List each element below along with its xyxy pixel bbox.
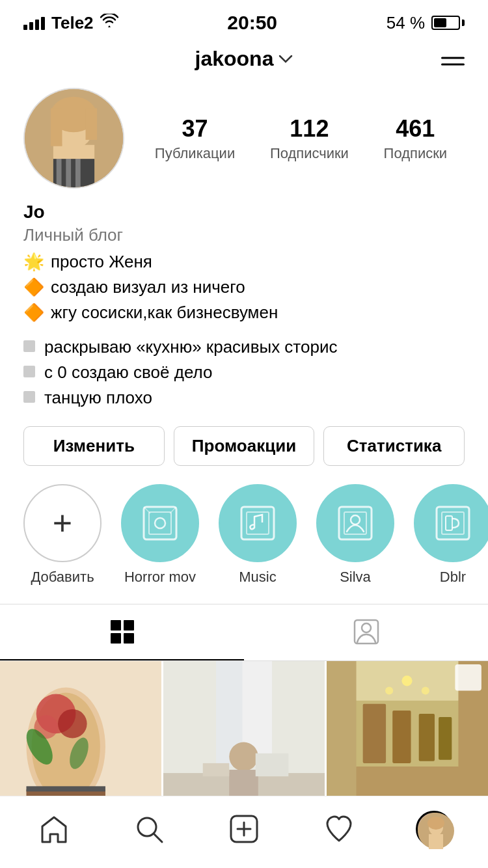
- nav-likes[interactable]: [313, 809, 365, 848]
- tab-tagged[interactable]: [244, 604, 488, 660]
- svg-rect-9: [75, 159, 81, 187]
- bullet-text-1: раскрываю «кухню» красивых сторис: [44, 337, 337, 357]
- bio-section: Jo Личный блог 🌟 просто Женя 🔶 создаю ви…: [0, 202, 488, 426]
- posts-count: 37: [182, 115, 208, 142]
- heart-icon: [323, 813, 355, 845]
- nav-search[interactable]: [123, 809, 175, 848]
- svg-line-63: [154, 834, 162, 842]
- bio-line-1: 🌟 просто Женя: [23, 252, 465, 272]
- nav-home[interactable]: [28, 809, 80, 848]
- svg-point-28: [362, 623, 371, 632]
- battery-percent: 54 %: [386, 13, 425, 33]
- highlight-silva-label: Silva: [340, 569, 371, 586]
- svg-rect-22: [446, 516, 452, 530]
- bio-text-1: просто Женя: [51, 252, 152, 272]
- bio-line-3: 🔶 жгу сосиски,как бизнесвумен: [23, 303, 465, 323]
- tab-grid[interactable]: [0, 604, 244, 660]
- svg-rect-54: [363, 704, 386, 763]
- following-label: Подписки: [384, 145, 448, 162]
- highlight-add-label: Добавить: [31, 569, 94, 586]
- followers-label: Подписчики: [270, 145, 349, 162]
- username-display[interactable]: jakoona: [195, 47, 293, 71]
- bio-text-2: создаю визуал из ничего: [51, 277, 245, 297]
- highlight-music[interactable]: Music: [219, 484, 297, 586]
- highlight-music-label: Music: [239, 569, 276, 586]
- bio-bullet-1: раскрываю «кухню» красивых сторис: [23, 337, 465, 357]
- status-right: 54 %: [386, 13, 465, 33]
- add-icon: [228, 813, 260, 845]
- stat-following[interactable]: 461 Подписки: [384, 115, 448, 162]
- svg-rect-46: [203, 763, 229, 776]
- bullet-text-3: танцую плохо: [44, 388, 152, 408]
- svg-rect-7: [57, 159, 62, 187]
- highlight-silva-circle: [316, 484, 394, 562]
- svg-point-19: [351, 515, 360, 524]
- action-buttons-row: Изменить Промоакции Статистика: [0, 426, 488, 484]
- svg-rect-61: [455, 664, 481, 690]
- highlight-horror-circle: [121, 484, 199, 562]
- plus-icon: +: [53, 506, 72, 540]
- promo-button[interactable]: Промоакции: [174, 426, 315, 466]
- highlight-add-circle: +: [23, 484, 102, 562]
- silva-icon: [332, 500, 378, 546]
- nav-profile[interactable]: [408, 809, 460, 848]
- bio-bullet-3: танцую плохо: [23, 388, 465, 408]
- profile-info-row: 37 Публикации 112 Подписчики 461 Подписк…: [0, 81, 488, 202]
- wifi-icon: [100, 14, 118, 32]
- posts-label: Публикации: [155, 145, 235, 162]
- svg-rect-4: [51, 108, 62, 146]
- diamond-emoji-2: 🔶: [23, 303, 44, 323]
- svg-point-60: [422, 686, 429, 694]
- followers-count: 112: [290, 115, 329, 142]
- music-icon: [235, 500, 280, 546]
- nav-add[interactable]: [218, 809, 270, 848]
- highlight-horror[interactable]: Horror mov: [121, 484, 199, 586]
- svg-rect-47: [256, 753, 289, 776]
- signal-icon: [23, 16, 45, 30]
- sun-emoji: 🌟: [23, 252, 44, 272]
- stat-posts[interactable]: 37 Публикации: [155, 115, 235, 162]
- bullet-icon-1: [23, 340, 35, 352]
- highlight-dblr[interactable]: Dblr: [414, 484, 488, 586]
- content-tabs: [0, 604, 488, 661]
- bio-text-3: жгу сосиски,как бизнесвумен: [51, 303, 278, 323]
- highlight-add[interactable]: + Добавить: [23, 484, 102, 586]
- status-left: Tele2: [23, 13, 118, 33]
- svg-point-33: [58, 709, 87, 739]
- svg-rect-55: [392, 711, 411, 763]
- svg-rect-23: [111, 620, 121, 631]
- stats-container: 37 Публикации 112 Подписчики 461 Подписк…: [137, 115, 465, 162]
- battery-icon: [431, 16, 465, 30]
- svg-rect-8: [66, 159, 71, 187]
- stats-button[interactable]: Статистика: [323, 426, 465, 466]
- avatar[interactable]: [23, 88, 124, 189]
- diamond-emoji-1: 🔶: [23, 277, 44, 297]
- svg-point-69: [427, 817, 444, 830]
- menu-button[interactable]: [441, 57, 465, 65]
- svg-point-59: [385, 686, 393, 694]
- svg-rect-25: [111, 633, 121, 644]
- time-display: 20:50: [227, 12, 277, 34]
- svg-point-44: [229, 742, 258, 772]
- svg-rect-57: [439, 717, 452, 760]
- carrier-label: Tele2: [51, 13, 94, 33]
- svg-rect-24: [124, 620, 134, 631]
- highlight-dblr-label: Dblr: [440, 569, 466, 586]
- bottom-navigation: [0, 796, 488, 868]
- svg-rect-39: [26, 786, 105, 791]
- bullet-text-2: с 0 создаю своё дело: [44, 362, 212, 383]
- search-icon: [133, 813, 165, 845]
- highlight-dblr-circle: [414, 484, 488, 562]
- stat-followers[interactable]: 112 Подписчики: [270, 115, 349, 162]
- profile-category: Личный блог: [23, 225, 465, 245]
- home-icon: [38, 813, 70, 845]
- svg-rect-70: [429, 834, 443, 849]
- nav-profile-avatar: [416, 811, 452, 847]
- edit-profile-button[interactable]: Изменить: [23, 426, 165, 466]
- profile-header: jakoona: [0, 40, 488, 81]
- bullet-icon-2: [23, 366, 35, 377]
- highlight-music-circle: [219, 484, 297, 562]
- highlight-silva[interactable]: Silva: [316, 484, 394, 586]
- bio-bullet-2: с 0 создаю своё дело: [23, 362, 465, 383]
- profile-name: Jo: [23, 202, 465, 223]
